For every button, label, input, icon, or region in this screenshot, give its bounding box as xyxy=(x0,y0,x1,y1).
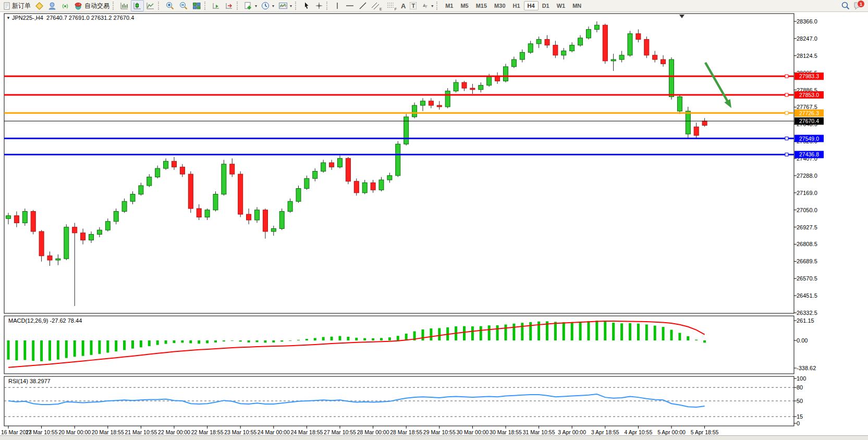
time-axis-label: 30 Mar 18:55 xyxy=(490,429,522,435)
candle-body xyxy=(454,82,458,91)
chart-shift-marker-icon[interactable] xyxy=(679,15,684,18)
timeframe-button-m1[interactable]: M1 xyxy=(442,1,457,10)
candle-body xyxy=(586,29,591,38)
chart-canvas[interactable]: 28366.028247.028124.528005.527886.527767… xyxy=(0,13,868,436)
macd-name: MACD(12,26,9) xyxy=(8,317,48,324)
toolbar-grip[interactable] xyxy=(295,2,298,10)
toolbar-grip[interactable] xyxy=(113,2,116,10)
crosshair-tool-button[interactable] xyxy=(313,0,325,11)
candle-body xyxy=(669,59,674,96)
candle-body xyxy=(56,259,60,260)
new-chart-button[interactable]: ▾ xyxy=(242,0,259,11)
zoom-in-button[interactable] xyxy=(163,0,177,11)
auto-scroll-icon xyxy=(212,2,221,10)
level-handle[interactable] xyxy=(785,75,788,78)
toolbar-grip[interactable] xyxy=(237,2,240,10)
candle-body xyxy=(479,85,483,90)
new-order-icon xyxy=(3,2,10,10)
timeframe-button-w1[interactable]: W1 xyxy=(553,1,569,10)
price-axis-label: 28247.0 xyxy=(797,35,817,42)
signal-icon xyxy=(61,2,70,10)
line-chart-type-button[interactable] xyxy=(144,0,157,11)
arrows-tool-button[interactable]: ▾ xyxy=(419,0,435,11)
data-window-button[interactable] xyxy=(46,0,59,11)
blue-profile-icon xyxy=(48,2,57,10)
level-handle[interactable] xyxy=(785,137,788,140)
candle-body xyxy=(263,210,267,231)
bar-chart-type-button[interactable] xyxy=(118,0,131,11)
trendline-tool-button[interactable] xyxy=(357,0,369,11)
candle-body xyxy=(487,77,492,85)
time-axis-label: 4 Apr 10:55 xyxy=(625,429,653,435)
templates-button[interactable]: ▾ xyxy=(276,0,294,11)
text-a-icon: A xyxy=(401,2,406,10)
chart-shift-button[interactable] xyxy=(223,0,236,11)
candle-body xyxy=(296,189,301,202)
timeframe-button-m30[interactable]: M30 xyxy=(491,1,509,10)
candle-body xyxy=(528,44,533,52)
vertical-line-tool-button[interactable] xyxy=(332,0,343,11)
timeframe-button-d1[interactable]: D1 xyxy=(539,1,553,10)
candle-body xyxy=(139,186,143,194)
candle-body xyxy=(511,59,516,67)
candle-body xyxy=(89,234,94,240)
time-axis-label: 5 Apr 00:00 xyxy=(657,429,686,435)
auto-scroll-button[interactable] xyxy=(210,0,223,11)
candle-body xyxy=(72,227,77,233)
text-tool-button[interactable]: A xyxy=(399,0,408,11)
channel-tool-button[interactable]: E xyxy=(369,0,384,11)
trend-arrow-annotation[interactable] xyxy=(705,63,730,105)
new-chart-icon xyxy=(244,2,253,10)
candle-body xyxy=(677,97,682,111)
new-order-button[interactable]: 新订单 xyxy=(1,0,33,11)
candle-body xyxy=(594,25,599,29)
cursor-icon xyxy=(302,2,311,10)
tile-windows-button[interactable] xyxy=(190,0,203,11)
zoom-out-button[interactable] xyxy=(177,0,190,11)
market-watch-button[interactable] xyxy=(33,0,46,11)
level-handle[interactable] xyxy=(785,112,788,115)
time-axis-label: 29 Mar 10:55 xyxy=(423,429,456,435)
candle-body xyxy=(504,67,508,81)
timeframe-button-mn[interactable]: MN xyxy=(569,1,585,10)
rsi-current-value: 38.2977 xyxy=(30,378,51,384)
periods-button[interactable]: ▾ xyxy=(259,0,276,11)
candle-body xyxy=(130,194,135,202)
price-axis-label: 27767.5 xyxy=(797,104,817,110)
time-axis-label: 24 Mar 18:55 xyxy=(290,429,323,435)
toolbar-grip[interactable] xyxy=(326,2,329,10)
text-label-tool-button[interactable]: T xyxy=(408,0,419,11)
price-level-label: 27436.8 xyxy=(799,151,819,157)
time-axis-label: 22 Mar 18:55 xyxy=(191,429,224,435)
notification-badge: 1 xyxy=(857,0,865,8)
timeframe-button-m5[interactable]: M5 xyxy=(457,1,472,10)
candle-body xyxy=(105,222,110,230)
signal-button[interactable] xyxy=(59,0,72,11)
cursor-tool-button[interactable] xyxy=(300,0,313,11)
horizontal-line-tool-button[interactable] xyxy=(343,0,357,11)
notifications-button[interactable]: 1 xyxy=(853,1,864,10)
toolbar-grip[interactable] xyxy=(436,2,439,10)
candle-body xyxy=(14,216,19,223)
price-level-label: 27726.3 xyxy=(799,110,819,116)
candle-body xyxy=(172,161,177,167)
candle-body xyxy=(313,172,317,179)
toolbar-grip[interactable] xyxy=(204,2,207,10)
symbol-dropdown-marker-icon[interactable]: ▼ xyxy=(6,16,10,20)
timeframe-button-h1[interactable]: H1 xyxy=(509,1,524,10)
fibonacci-tool-button[interactable]: F xyxy=(384,0,399,11)
toolbar-grip[interactable] xyxy=(158,2,161,10)
timeframe-button-h4[interactable]: H4 xyxy=(524,1,539,10)
timeframe-button-m15[interactable]: M15 xyxy=(472,1,491,10)
candle-body xyxy=(371,183,375,190)
level-handle[interactable] xyxy=(785,153,788,156)
search-icon[interactable] xyxy=(841,1,850,10)
candle-chart-type-button[interactable] xyxy=(131,0,144,11)
channel-e-glyph: E xyxy=(380,7,382,11)
auto-trading-button[interactable]: 自动交易 xyxy=(72,0,112,11)
candle-body xyxy=(6,216,11,218)
level-handle[interactable] xyxy=(785,93,788,96)
chart-window: 28366.028247.028124.528005.527886.527767… xyxy=(0,13,868,436)
candle-body xyxy=(39,231,44,256)
candle-body xyxy=(271,228,276,231)
